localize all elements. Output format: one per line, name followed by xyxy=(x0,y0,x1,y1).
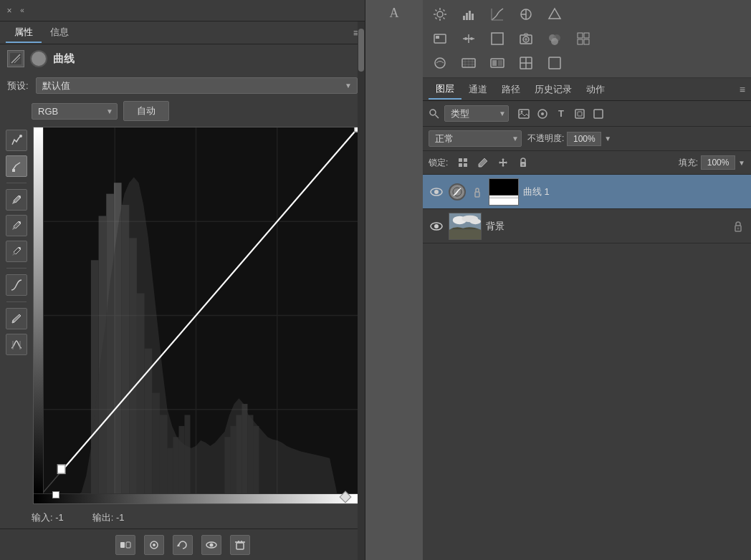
svg-rect-110 xyxy=(459,158,462,162)
filter-icon-effect[interactable] xyxy=(590,106,606,122)
tool-divider-3 xyxy=(6,301,27,302)
tab-history[interactable]: 历史记录 xyxy=(527,80,579,99)
scrollbar-thumb[interactable] xyxy=(358,29,364,72)
filter-icon-adjust[interactable] xyxy=(535,106,550,122)
blend-mode-select[interactable]: 正常 溶解 变暗 正片叠底 xyxy=(429,130,522,147)
bottom-btn-delete[interactable] xyxy=(230,535,250,555)
filter-icon-text[interactable]: T xyxy=(553,106,569,122)
auto-button[interactable]: 自动 xyxy=(123,101,169,121)
layers-panel: 图层 通道 路径 历史记录 动作 ≡ 类型 ▼ xyxy=(423,78,751,560)
curves-circle-icon xyxy=(30,50,47,67)
curves-area xyxy=(0,124,365,507)
icon-crop[interactable] xyxy=(486,29,509,49)
tool-select-btn[interactable] xyxy=(6,130,27,151)
svg-rect-107 xyxy=(575,110,584,118)
layer-visibility-background[interactable] xyxy=(429,218,444,234)
layer-list: 曲线 1 xyxy=(423,175,751,560)
icon-vignette[interactable] xyxy=(429,29,451,49)
layer-item-background[interactable]: 背景 xyxy=(423,209,751,243)
layer-item-curves[interactable]: 曲线 1 xyxy=(423,175,751,209)
icon-grid[interactable] xyxy=(572,29,595,49)
icon-hsl[interactable] xyxy=(543,4,566,24)
icon-color[interactable] xyxy=(543,29,566,49)
icon-balance[interactable] xyxy=(457,29,480,49)
icon-filter3[interactable] xyxy=(486,53,509,73)
icon-filter4[interactable] xyxy=(515,53,537,73)
lock-pixels-icon[interactable] xyxy=(455,155,471,170)
svg-rect-123 xyxy=(489,195,518,198)
tab-info[interactable]: 信息 xyxy=(42,23,77,43)
icon-filter1[interactable] xyxy=(429,53,451,73)
filter-select-wrapper: 类型 ▼ xyxy=(444,105,509,122)
icon-toolbar xyxy=(423,0,751,78)
tab-layers[interactable]: 图层 xyxy=(429,79,461,100)
icon-brightness[interactable] xyxy=(429,4,451,24)
icon-levels[interactable] xyxy=(457,4,480,24)
layer-visibility-curves[interactable] xyxy=(429,184,444,200)
channel-select[interactable]: RGB 红 绿 蓝 xyxy=(32,103,118,120)
curve-canvas[interactable] xyxy=(33,127,359,504)
bottom-btn-eye[interactable] xyxy=(201,535,221,555)
output-value: 输出: -1 xyxy=(92,511,125,524)
svg-line-58 xyxy=(436,10,437,11)
fill-label: 填充: xyxy=(679,157,698,169)
icon-exposure[interactable] xyxy=(515,4,537,24)
opacity-value[interactable]: 100% xyxy=(567,132,601,146)
svg-point-79 xyxy=(525,38,527,41)
lock-all-icon[interactable] xyxy=(515,155,531,170)
layers-menu-icon[interactable]: ≡ xyxy=(740,84,745,95)
preset-select[interactable]: 默认值 线性 中对比度 高对比度 xyxy=(36,77,358,94)
tool-pen-btn[interactable] xyxy=(6,155,27,177)
tab-actions[interactable]: 动作 xyxy=(579,80,612,99)
svg-rect-109 xyxy=(594,110,603,118)
layers-tabs: 图层 通道 路径 历史记录 动作 ≡ xyxy=(423,78,751,101)
middle-area: A xyxy=(365,0,423,560)
filter-icons: T xyxy=(516,106,606,122)
bottom-btn-reset[interactable] xyxy=(173,535,193,555)
tool-pencil-btn[interactable] xyxy=(6,308,27,329)
tool-eyedrop2-btn[interactable] xyxy=(6,215,27,236)
lock-label: 锁定: xyxy=(429,157,448,169)
fill-arrow-icon[interactable]: ▼ xyxy=(738,159,745,167)
svg-rect-130 xyxy=(449,229,481,238)
tool-smooth-btn[interactable] xyxy=(6,334,27,355)
collapse-button[interactable]: « xyxy=(17,6,27,16)
opacity-arrow-icon[interactable]: ▼ xyxy=(604,135,611,143)
svg-point-7 xyxy=(19,247,21,249)
layer-lock-background xyxy=(731,219,745,233)
svg-point-132 xyxy=(737,227,740,229)
bottom-btn-clip[interactable] xyxy=(115,535,135,555)
svg-point-48 xyxy=(209,543,213,546)
svg-point-6 xyxy=(19,221,21,223)
fill-value[interactable]: 100% xyxy=(701,155,735,170)
lock-paint-icon[interactable] xyxy=(475,155,491,170)
close-button[interactable]: × xyxy=(4,6,14,16)
tab-paths[interactable]: 路径 xyxy=(494,80,527,99)
tab-properties[interactable]: 属性 xyxy=(6,23,42,43)
tool-eyedrop1-btn[interactable] xyxy=(6,189,27,211)
channel-select-wrapper: RGB 红 绿 蓝 ▼ xyxy=(32,103,118,120)
filter-icon-image[interactable] xyxy=(516,106,532,122)
bottom-btn-visibility[interactable] xyxy=(144,535,164,555)
svg-rect-113 xyxy=(464,163,467,167)
svg-line-102 xyxy=(436,115,439,118)
curve-point-right[interactable] xyxy=(340,491,352,503)
icon-filter2[interactable] xyxy=(457,53,480,73)
tab-channels[interactable]: 通道 xyxy=(461,80,494,99)
svg-point-53 xyxy=(437,11,443,17)
filter-type-select[interactable]: 类型 xyxy=(444,105,509,122)
curve-point-bottom[interactable] xyxy=(52,491,59,498)
svg-rect-122 xyxy=(489,198,518,205)
layer-thumb-curves xyxy=(489,178,519,206)
tool-eyedrop3-btn[interactable] xyxy=(6,241,27,262)
icon-curves[interactable] xyxy=(486,4,509,24)
svg-rect-76 xyxy=(492,33,503,44)
lock-move-icon[interactable] xyxy=(495,155,511,170)
vertical-scrollbar[interactable] xyxy=(358,21,365,560)
svg-rect-100 xyxy=(549,57,560,69)
icon-filter5[interactable] xyxy=(543,53,566,73)
icon-camera[interactable] xyxy=(515,29,537,49)
svg-rect-4 xyxy=(12,169,15,172)
filter-icon-shape[interactable] xyxy=(572,106,588,122)
tool-curve-btn[interactable] xyxy=(6,274,27,296)
